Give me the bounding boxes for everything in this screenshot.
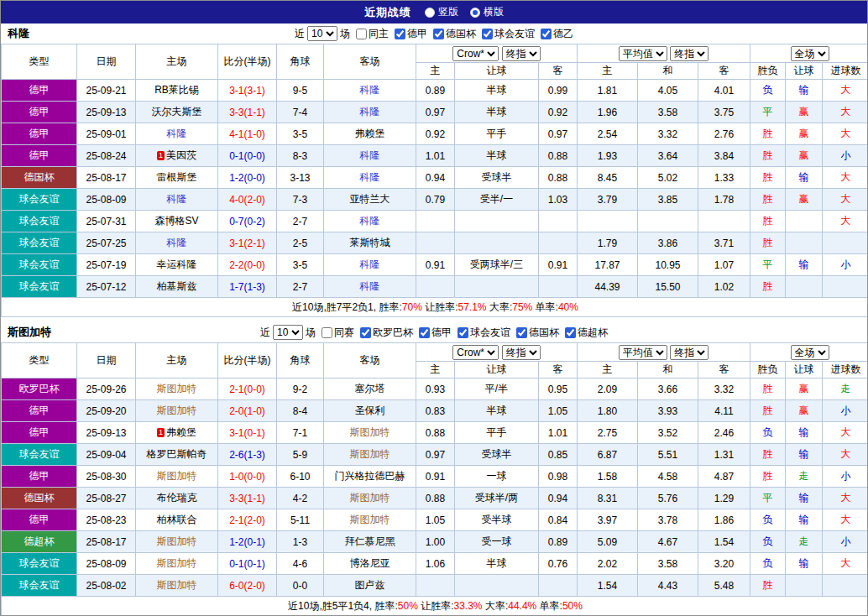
- radio-horizontal[interactable]: 横版: [470, 5, 504, 19]
- home-team-link[interactable]: 格罗巴斯帕奇: [136, 444, 218, 466]
- home-team-link[interactable]: 斯图加特: [136, 553, 218, 575]
- score-link[interactable]: 3-1(0-1): [218, 422, 277, 444]
- league-filter[interactable]: 德甲: [416, 326, 452, 340]
- league-filter-checkbox[interactable]: [356, 29, 367, 39]
- score-link[interactable]: 1-7(1-3): [218, 276, 277, 298]
- home-team-link[interactable]: 科隆: [136, 232, 218, 254]
- league-filter-checkbox[interactable]: [482, 29, 493, 39]
- away-team-link[interactable]: 科隆: [324, 254, 416, 276]
- away-team-link[interactable]: 弗赖堡: [324, 123, 416, 145]
- league-filter[interactable]: 球会友谊: [454, 326, 510, 340]
- score-link[interactable]: 4-0(2-0): [218, 189, 277, 211]
- league-filter[interactable]: 欧罗巴杯: [357, 326, 413, 340]
- away-team-link[interactable]: 斯图加特: [324, 488, 416, 509]
- league-filter[interactable]: 球会友谊: [478, 27, 535, 41]
- away-team-link[interactable]: 科隆: [324, 211, 416, 232]
- league-filter-checkbox[interactable]: [458, 327, 468, 338]
- home-team-link[interactable]: 斯图加特: [136, 466, 218, 488]
- away-team-link[interactable]: 科隆: [324, 167, 416, 189]
- score-link[interactable]: 1-0(0-0): [218, 466, 277, 488]
- away-team-link[interactable]: 博洛尼亚: [324, 553, 416, 575]
- score-link[interactable]: 1-2(0-0): [218, 167, 277, 189]
- league-filter[interactable]: 同赛: [318, 326, 354, 340]
- final-odds-select[interactable]: 终指: [670, 46, 709, 61]
- league-filter[interactable]: 德超杯: [562, 326, 608, 340]
- home-team-link[interactable]: 1弗赖堡: [136, 422, 218, 444]
- league-filter-checkbox[interactable]: [565, 327, 576, 338]
- away-team-link[interactable]: 门兴格拉德巴赫: [324, 466, 416, 488]
- score-link[interactable]: 0-1(0-0): [218, 145, 277, 167]
- away-team-link[interactable]: 科隆: [324, 145, 416, 167]
- final-odds-select[interactable]: 终指: [502, 345, 541, 360]
- scope-select[interactable]: 全场: [791, 46, 829, 61]
- league-filter[interactable]: 德乙: [537, 27, 573, 41]
- away-team-link[interactable]: 斯图加特: [324, 509, 416, 531]
- score-link[interactable]: 1-2(0-1): [218, 531, 277, 553]
- score-link[interactable]: 3-3(1-1): [218, 488, 277, 509]
- home-team-link[interactable]: 柏基斯兹: [136, 276, 218, 298]
- radio-vertical[interactable]: 竖版: [425, 5, 458, 19]
- avg-guest-cell: 1.86: [698, 509, 750, 531]
- league-filter-checkbox[interactable]: [516, 327, 527, 338]
- home-team-link[interactable]: 1美因茨: [136, 145, 218, 167]
- home-team-link[interactable]: 雷根斯堡: [136, 167, 218, 189]
- home-team-link[interactable]: 科隆: [136, 123, 218, 145]
- odds-company-select[interactable]: Crow*: [452, 46, 499, 61]
- away-team-link[interactable]: 斯图加特: [324, 444, 416, 466]
- score-link[interactable]: 3-1(2-1): [218, 232, 277, 254]
- league-filter-checkbox[interactable]: [395, 29, 405, 39]
- recent-count-select[interactable]: 10: [273, 325, 303, 340]
- home-team-link[interactable]: 柏林联合: [136, 509, 218, 531]
- away-team-link[interactable]: 科隆: [324, 102, 416, 123]
- league-filter[interactable]: 德国杯: [430, 27, 476, 41]
- score-link[interactable]: 0-7(0-2): [218, 211, 277, 232]
- league-filter-checkbox[interactable]: [419, 327, 430, 338]
- scope-select[interactable]: 全场: [791, 345, 829, 360]
- league-cell: 德甲: [2, 80, 77, 102]
- odds-company-select[interactable]: Crow*: [452, 345, 499, 360]
- league-filter[interactable]: 同主: [353, 27, 389, 41]
- score-link[interactable]: 0-1(0-1): [218, 553, 277, 575]
- home-team-link[interactable]: 科隆: [136, 189, 218, 211]
- league-filter-checkbox[interactable]: [433, 29, 444, 39]
- home-team-link[interactable]: 幸运科隆: [136, 254, 218, 276]
- league-filter-checkbox[interactable]: [322, 327, 332, 338]
- league-filter-checkbox[interactable]: [360, 327, 371, 338]
- home-team-link[interactable]: 斯图加特: [136, 531, 218, 553]
- score-link[interactable]: 2-0(1-0): [218, 400, 277, 422]
- average-select[interactable]: 平均值: [619, 46, 667, 61]
- away-team-link[interactable]: 斯图加特: [324, 422, 416, 444]
- home-team-link[interactable]: 沃尔夫斯堡: [136, 102, 218, 123]
- score-link[interactable]: 2-1(0-0): [218, 378, 277, 400]
- score-link[interactable]: 6-0(2-0): [218, 575, 277, 597]
- score-link[interactable]: 2-6(1-3): [218, 444, 277, 466]
- guest-odds-cell: 0.97: [539, 123, 578, 145]
- score-link[interactable]: 3-1(3-1): [218, 80, 277, 102]
- away-team-link[interactable]: 图卢兹: [324, 575, 416, 597]
- away-team-link[interactable]: 莱斯特城: [324, 232, 416, 254]
- final-odds-select[interactable]: 终指: [670, 345, 709, 360]
- handicap-cell: 受半球: [455, 509, 539, 531]
- league-filter[interactable]: 德甲: [391, 27, 427, 41]
- league-filter-checkbox[interactable]: [541, 29, 552, 39]
- away-team-link[interactable]: 科隆: [324, 80, 416, 102]
- score-link[interactable]: 2-1(2-0): [218, 509, 277, 531]
- average-select[interactable]: 平均值: [619, 345, 667, 360]
- score-link[interactable]: 4-1(1-0): [218, 123, 277, 145]
- score-link[interactable]: 3-3(1-1): [218, 102, 277, 123]
- home-team-link[interactable]: 斯图加特: [136, 575, 218, 597]
- home-team-link[interactable]: 斯图加特: [136, 400, 218, 422]
- home-team-link[interactable]: RB莱比锡: [136, 80, 218, 102]
- away-team-link[interactable]: 圣保利: [324, 400, 416, 422]
- away-team-link[interactable]: 拜仁慕尼黑: [324, 531, 416, 553]
- final-odds-select[interactable]: 终指: [502, 46, 541, 61]
- away-team-link[interactable]: 亚特兰大: [324, 189, 416, 211]
- away-team-link[interactable]: 塞尔塔: [324, 378, 416, 400]
- home-team-link[interactable]: 森博格SV: [136, 211, 218, 232]
- home-team-link[interactable]: 布伦瑞克: [136, 488, 218, 509]
- home-team-link[interactable]: 斯图加特: [136, 378, 218, 400]
- away-team-link[interactable]: 科隆: [324, 276, 416, 298]
- recent-count-select[interactable]: 10: [307, 26, 337, 41]
- league-filter[interactable]: 德国杯: [513, 326, 559, 340]
- score-link[interactable]: 2-2(0-0): [218, 254, 277, 276]
